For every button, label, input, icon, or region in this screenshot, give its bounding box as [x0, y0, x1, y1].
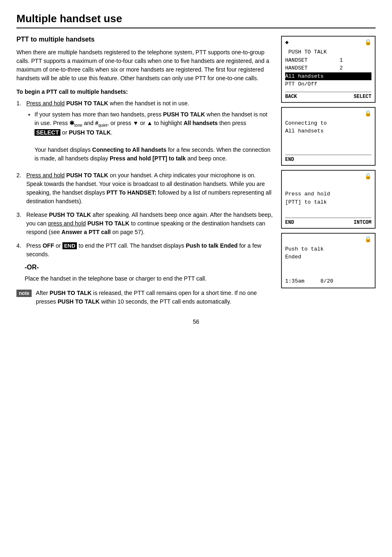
select-highlight: SELECT	[35, 129, 60, 136]
step-2-num: 2.	[16, 171, 24, 206]
screen-4-line-3	[285, 269, 371, 277]
screen-4-line-4: 1:35am 8/20	[285, 277, 371, 285]
step-2: 2. Press and hold PUSH TO TALK on your h…	[16, 171, 273, 206]
screen-1-line-1: HANDSET 1	[285, 56, 371, 65]
screen-2: 🔒 Connecting to All handsets END	[281, 107, 376, 166]
step-1-content: Press and hold PUSH TO TALK when the han…	[26, 99, 273, 166]
screen-3-body: Press and hold [PTT] to talk	[285, 182, 371, 214]
intro-text: When there are multiple handsets registe…	[16, 48, 273, 83]
note-text: After PUSH TO TALK is released, the PTT …	[36, 289, 273, 306]
step-1-bullets: If your system has more than two handset…	[26, 110, 273, 163]
step-4-num: 4.	[16, 241, 24, 259]
screen-3-end-btn: END	[285, 220, 294, 225]
lock-icon-3: 🔒	[364, 173, 371, 180]
step-1-bullet-1: If your system has more than two handset…	[35, 110, 273, 163]
steps-list: 1. Press and hold PUSH TO TALK when the …	[16, 99, 273, 259]
note-box: note After PUSH TO TALK is released, the…	[16, 289, 273, 306]
screen-3-line-1: Press and hold	[285, 190, 371, 198]
screen-3: 🔒 Press and hold [PTT] to talk END INTCO…	[281, 170, 376, 229]
step-3-num: 3.	[16, 211, 24, 237]
screen-4-body: Push to talk Ended 1:35am 8/20	[285, 245, 371, 285]
screens-column: ◆ 🔒 PUSH TO TALK HANDSET 1 HANDSET 2 All…	[281, 36, 376, 288]
section-title: PTT to multiple handsets	[16, 36, 273, 43]
step-3-text: Release PUSH TO TALK after speaking. All…	[26, 211, 273, 235]
step-2-content: Press and hold PUSH TO TALK on your hand…	[26, 171, 273, 206]
screen-1-line-3: All handsets	[285, 72, 371, 81]
screen-3-line-3	[285, 206, 371, 214]
screen-2-line-3	[285, 143, 371, 151]
subsection-title: To begin a PTT call to multiple handsets…	[16, 88, 273, 95]
antenna-icon: ◆	[285, 39, 288, 46]
step-1: 1. Press and hold PUSH TO TALK when the …	[16, 99, 273, 166]
screen-4-line-0: Push to talk	[285, 245, 371, 253]
page-title: Multiple handset use	[16, 12, 376, 28]
screen-2-line-0: Connecting to	[285, 119, 371, 128]
end-box: END	[62, 242, 77, 249]
screen-1-back-btn: BACK	[285, 94, 297, 100]
lock-icon-4: 🔒	[364, 236, 371, 243]
lock-icon-1: 🔒	[364, 39, 371, 46]
screen-1-line-4: PTT On/Off	[285, 80, 371, 88]
lock-icon-2: 🔒	[364, 110, 371, 117]
screen-1-button-row: BACK SELECT	[285, 92, 371, 100]
step-3-content: Release PUSH TO TALK after speaking. All…	[26, 211, 273, 237]
screen-2-line-1: All handsets	[285, 127, 371, 135]
screen-3-intcom-btn: INTCOM	[354, 220, 371, 225]
step-4-text: Press OFF or END to end the PTT call. Th…	[26, 242, 261, 258]
screen-3-line-0	[285, 182, 371, 190]
screen-1: ◆ 🔒 PUSH TO TALK HANDSET 1 HANDSET 2 All…	[281, 36, 376, 103]
screen-1-body: PUSH TO TALK HANDSET 1 HANDSET 2 All han…	[285, 48, 371, 88]
step-3: 3. Release PUSH TO TALK after speaking. …	[16, 211, 273, 237]
screen-2-end-btn: END	[285, 157, 294, 162]
screen-1-line-0: PUSH TO TALK	[285, 48, 371, 56]
page-number: 56	[16, 318, 376, 325]
screen-3-button-row: END INTCOM	[285, 218, 371, 225]
step-4: 4. Press OFF or END to end the PTT call.…	[16, 241, 273, 259]
screen-2-body: Connecting to All handsets	[285, 119, 371, 151]
screen-1-select-btn: SELECT	[354, 94, 371, 100]
screen-4: 🔒 Push to talk Ended 1:35am 8/20	[281, 233, 376, 289]
screen-2-button-row: END	[285, 155, 371, 162]
place-text: Place the handset in the telephone base …	[25, 274, 273, 283]
screen-2-line-2	[285, 135, 371, 144]
step-2-text: Press and hold PUSH TO TALK on your hand…	[26, 172, 272, 204]
screen-3-line-2: [PTT] to talk	[285, 198, 371, 207]
screen-4-line-1: Ended	[285, 253, 371, 261]
text-column: PTT to multiple handsets When there are …	[16, 36, 273, 306]
step-4-content: Press OFF or END to end the PTT call. Th…	[26, 241, 273, 259]
or-separator: -OR-	[25, 264, 273, 271]
screen-1-line-2: HANDSET 2	[285, 64, 371, 72]
note-label: note	[16, 290, 32, 297]
screen-4-line-2	[285, 261, 371, 269]
step-1-text: Press and hold PUSH TO TALK when the han…	[26, 100, 189, 107]
step-1-num: 1.	[16, 99, 24, 166]
